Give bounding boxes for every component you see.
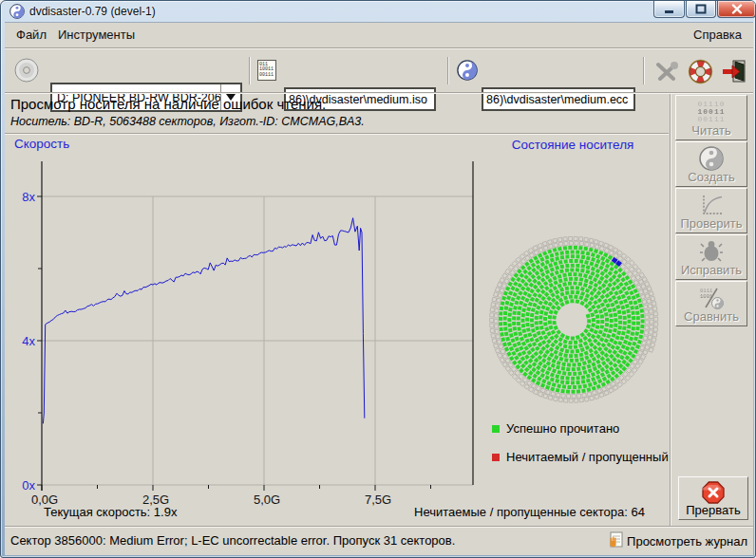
heading-title: Просмотр носителя на наличие ошибок чтен… [10, 96, 326, 112]
separator [447, 57, 449, 84]
menu-file[interactable]: Файл [12, 27, 50, 43]
sidebar-verify-button[interactable]: Проверить [675, 188, 747, 233]
app-icon [9, 4, 25, 23]
yin-yang-icon [676, 145, 747, 172]
stop-icon [679, 479, 747, 506]
sidebar-read-button[interactable]: 01110 10011 00111 Читать [675, 95, 747, 140]
separator [670, 94, 671, 526]
unreadable-swatch [492, 454, 500, 461]
media-state-title: Состояние носителя [480, 138, 666, 152]
binary-line: 00111 [697, 116, 725, 123]
toolbar: D: PIONEER BD-RW BDR-206 1 011 10011 001… [5, 49, 753, 92]
binary-line: 00111 [259, 73, 275, 79]
client-area: Файл Инструменты Справка D: PIONEER BD-R… [5, 22, 753, 555]
legend-label: Успешно прочитано [506, 421, 619, 436]
button-label: Проверить [680, 216, 742, 231]
drive-icon [14, 58, 39, 86]
status-message: Сектор 3856000: Medium Error; L-EC uncor… [10, 533, 455, 548]
ecc-path-input[interactable] [482, 87, 635, 111]
minimize-button[interactable] [653, 1, 685, 18]
window: dvdisaster-0.79 (devel-1) Файл Инструмен… [0, 0, 756, 558]
media-map-spiral [490, 236, 658, 402]
log-page-icon [608, 531, 624, 551]
speed-chart-and-media-map: 0x4x8x0,0G2,5G5,0G7,5G [5, 135, 669, 526]
legend-item-read: Успешно прочитано [492, 421, 619, 436]
separator [249, 57, 251, 84]
window-title: dvdisaster-0.79 (devel-1) [29, 5, 156, 18]
binary-read-icon: 01110 10011 00111 [676, 99, 747, 125]
button-label: Сравнить [684, 309, 739, 324]
menubar: Файл Инструменты Справка [5, 23, 753, 47]
button-label: Исправить [681, 263, 742, 277]
svg-text:8x: 8x [22, 190, 35, 204]
button-label: Читать [691, 123, 730, 138]
titlebar[interactable]: dvdisaster-0.79 (devel-1) [1, 1, 755, 22]
ecc-file-icon[interactable] [457, 60, 478, 84]
svg-text:4x: 4x [22, 334, 35, 348]
sidebar-fix-button[interactable]: Исправить [675, 234, 747, 280]
speed-chart-title: Скорость [14, 137, 69, 151]
maximize-button[interactable] [686, 1, 716, 18]
legend-item-unreadable: Нечитаемый / пропущенный [492, 450, 669, 464]
separator [5, 92, 753, 94]
statusbar: Сектор 3856000: Medium Error; L-EC uncor… [5, 528, 753, 556]
heading-subtitle: Носитель: BD-R, 5063488 секторов, Изгот.… [10, 115, 365, 128]
abort-button[interactable]: Прервать [678, 476, 748, 520]
close-button[interactable] [717, 1, 756, 18]
compare-icon: 0111 1001 [676, 285, 747, 311]
svg-text:0x: 0x [22, 478, 35, 493]
fix-bug-icon [676, 238, 747, 265]
button-label: Создать [688, 170, 734, 184]
log-link-label: Просмотреть журнал [627, 534, 747, 549]
legend-label: Нечитаемый / пропущенный [506, 450, 669, 464]
read-swatch [492, 425, 500, 433]
unreadable-count-text: Нечитаемые / пропущенные сектора: 64 [290, 505, 645, 519]
sidebar-compare-button[interactable]: 0111 1001 Сравнить [675, 281, 747, 326]
verify-chart-icon [676, 192, 747, 218]
help-lifering-icon[interactable] [688, 59, 713, 88]
quit-exit-icon[interactable] [721, 59, 747, 87]
current-speed-text: Текущая скорость: 1.9x [44, 505, 177, 519]
svg-text:5,0G: 5,0G [254, 493, 280, 507]
view-log-link[interactable]: Просмотреть журнал [608, 531, 747, 551]
sidebar-create-button[interactable]: Создать [675, 141, 747, 187]
menu-tools[interactable]: Инструменты [54, 27, 139, 43]
menu-help[interactable]: Справка [690, 27, 746, 43]
preferences-tools-icon[interactable] [654, 61, 679, 87]
iso-file-icon[interactable]: 011 10011 00111 [257, 60, 276, 81]
separator [643, 57, 645, 84]
